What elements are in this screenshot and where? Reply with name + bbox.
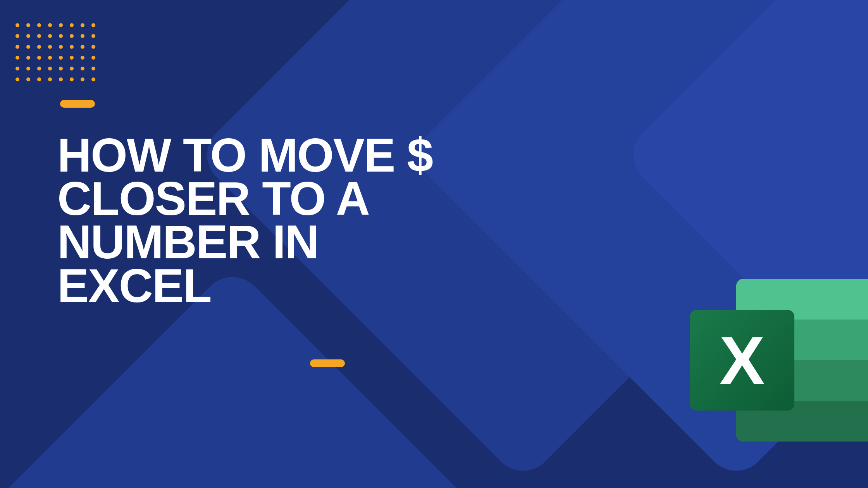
dot bbox=[37, 34, 41, 38]
dot bbox=[26, 34, 30, 38]
dot bbox=[70, 45, 74, 49]
dot bbox=[70, 23, 74, 27]
accent-pill-top bbox=[60, 100, 95, 108]
main-title: HOW TO MOVE $ CLOSER TO A NUMBER IN EXCE… bbox=[57, 134, 432, 308]
dot bbox=[48, 77, 52, 81]
graphic-canvas: HOW TO MOVE $ CLOSER TO A NUMBER IN EXCE… bbox=[0, 0, 868, 488]
dot bbox=[37, 56, 41, 60]
dot bbox=[91, 56, 95, 60]
dot bbox=[26, 77, 30, 81]
dot bbox=[91, 45, 95, 49]
accent-pill-bottom bbox=[310, 359, 345, 367]
dot bbox=[26, 45, 30, 49]
dot bbox=[48, 56, 52, 60]
dot bbox=[91, 77, 95, 81]
dot bbox=[16, 34, 19, 38]
dot bbox=[81, 45, 84, 49]
dot bbox=[59, 45, 63, 49]
dot bbox=[48, 23, 52, 27]
dot bbox=[59, 67, 63, 70]
excel-icon-front-tile: X bbox=[690, 310, 794, 411]
dot bbox=[16, 67, 19, 70]
dot bbox=[70, 34, 74, 38]
dot bbox=[70, 77, 74, 81]
dot bbox=[59, 56, 63, 60]
dot bbox=[81, 56, 84, 60]
dot bbox=[70, 67, 74, 70]
dot bbox=[16, 45, 19, 49]
dot bbox=[37, 45, 41, 49]
dot bbox=[26, 67, 30, 70]
dot bbox=[37, 77, 41, 81]
dot bbox=[16, 77, 19, 81]
excel-letter: X bbox=[720, 321, 765, 399]
dot bbox=[81, 23, 84, 27]
dot bbox=[26, 56, 30, 60]
dot bbox=[16, 56, 19, 60]
dot bbox=[59, 77, 63, 81]
dot bbox=[59, 34, 63, 38]
decorative-dot-grid bbox=[16, 23, 95, 81]
dot bbox=[48, 67, 52, 70]
excel-icon: X bbox=[690, 279, 868, 442]
dot bbox=[48, 45, 52, 49]
dot bbox=[91, 34, 95, 38]
dot bbox=[91, 67, 95, 70]
dot bbox=[59, 23, 63, 27]
dot bbox=[26, 23, 30, 27]
dot bbox=[37, 23, 41, 27]
dot bbox=[16, 23, 19, 27]
dot bbox=[81, 77, 84, 81]
dot bbox=[81, 34, 84, 38]
dot bbox=[48, 34, 52, 38]
dot bbox=[81, 67, 84, 70]
dot bbox=[37, 67, 41, 70]
dot bbox=[91, 23, 95, 27]
dot bbox=[70, 56, 74, 60]
